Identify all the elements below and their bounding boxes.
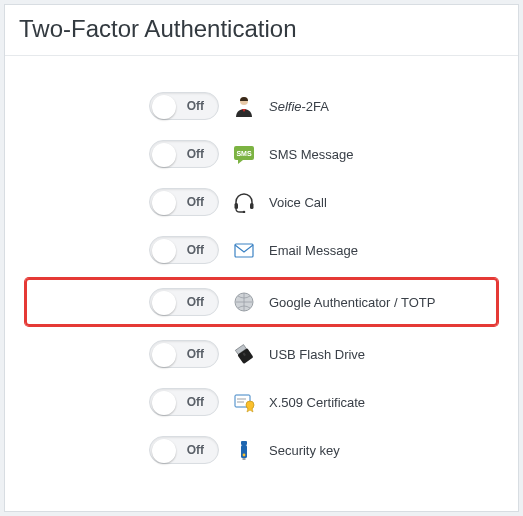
method-row-email: OffEmail Message — [25, 226, 498, 274]
method-label-usb: USB Flash Drive — [269, 347, 365, 362]
method-row-x509: OffX.509 Certificate — [25, 378, 498, 426]
method-row-usb: OffUSB Flash Drive — [25, 330, 498, 378]
toggle-state-label: Off — [187, 195, 204, 209]
toggle-state-label: Off — [187, 443, 204, 457]
toggle-state-label: Off — [187, 295, 204, 309]
toggle-knob — [152, 291, 176, 315]
toggle-usb[interactable]: Off — [149, 340, 219, 368]
toggle-state-label: Off — [187, 147, 204, 161]
method-label-x509: X.509 Certificate — [269, 395, 365, 410]
email-icon — [233, 239, 255, 261]
toggle-totp[interactable]: Off — [149, 288, 219, 316]
usb-icon — [233, 343, 255, 365]
method-label-sms: SMS Message — [269, 147, 354, 162]
methods-list: OffSelfie-2FAOffSMS MessageOffVoice Call… — [5, 56, 518, 484]
toggle-key[interactable]: Off — [149, 436, 219, 464]
toggle-email[interactable]: Off — [149, 236, 219, 264]
toggle-state-label: Off — [187, 99, 204, 113]
method-row-key: OffSecurity key — [25, 426, 498, 474]
toggle-knob — [152, 239, 176, 263]
cert-icon — [233, 391, 255, 413]
totp-icon — [233, 291, 255, 313]
voice-icon — [233, 191, 255, 213]
toggle-state-label: Off — [187, 243, 204, 257]
toggle-x509[interactable]: Off — [149, 388, 219, 416]
toggle-knob — [152, 191, 176, 215]
key-icon — [233, 439, 255, 461]
toggle-knob — [152, 439, 176, 463]
page: Two-Factor Authentication OffSelfie-2FAO… — [0, 0, 523, 516]
sms-icon — [233, 143, 255, 165]
selfie-icon — [233, 95, 255, 117]
toggle-knob — [152, 391, 176, 415]
toggle-sms[interactable]: Off — [149, 140, 219, 168]
method-row-totp: OffGoogle Authenticator / TOTP — [25, 278, 498, 326]
content-card: Two-Factor Authentication OffSelfie-2FAO… — [4, 4, 519, 512]
method-row-sms: OffSMS Message — [25, 130, 498, 178]
toggle-knob — [152, 343, 176, 367]
method-label-key: Security key — [269, 443, 340, 458]
toggle-knob — [152, 143, 176, 167]
page-title: Two-Factor Authentication — [5, 5, 518, 56]
method-label-totp: Google Authenticator / TOTP — [269, 295, 435, 310]
toggle-selfie[interactable]: Off — [149, 92, 219, 120]
method-row-selfie: OffSelfie-2FA — [25, 82, 498, 130]
method-label-email: Email Message — [269, 243, 358, 258]
toggle-state-label: Off — [187, 395, 204, 409]
toggle-state-label: Off — [187, 347, 204, 361]
method-label-selfie: Selfie-2FA — [269, 99, 329, 114]
method-row-voice: OffVoice Call — [25, 178, 498, 226]
toggle-voice[interactable]: Off — [149, 188, 219, 216]
method-label-voice: Voice Call — [269, 195, 327, 210]
toggle-knob — [152, 95, 176, 119]
